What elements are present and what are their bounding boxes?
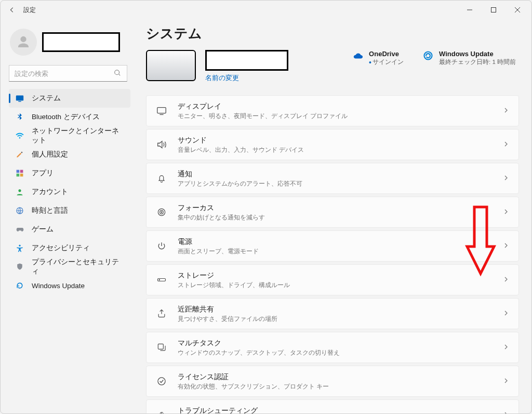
card-title: 通知 bbox=[178, 170, 302, 179]
maximize-button[interactable] bbox=[482, 2, 506, 18]
nav-label: Bluetooth とデバイス bbox=[32, 112, 100, 122]
window-title: 設定 bbox=[23, 6, 36, 15]
svg-rect-18 bbox=[158, 344, 163, 349]
nav-personalization[interactable]: 個人用設定 bbox=[9, 145, 130, 164]
titlebar: 設定 bbox=[1, 1, 531, 19]
page-title: システム bbox=[146, 24, 519, 43]
nav-system[interactable]: システム bbox=[9, 89, 130, 108]
card-power[interactable]: 電源画面とスリープ、電源モード bbox=[146, 230, 519, 262]
settings-cards: ディスプレイモニター、明るさ、夜間モード、ディスプレイ プロファイル サウンド音… bbox=[146, 95, 519, 413]
nav-label: 時刻と言語 bbox=[32, 206, 68, 215]
card-nearby-share[interactable]: 近距離共有見つけやすさ、受信ファイルの場所 bbox=[146, 298, 519, 329]
chevron-right-icon bbox=[503, 275, 509, 284]
focus-icon bbox=[156, 206, 167, 218]
nav-bluetooth[interactable]: Bluetooth とデバイス bbox=[9, 108, 130, 126]
check-circle-icon bbox=[156, 376, 167, 387]
settings-window: 設定 システム bbox=[0, 0, 532, 414]
card-notifications[interactable]: 通知アプリとシステムからのアラート、応答不可 bbox=[146, 163, 519, 194]
card-desc: 見つけやすさ、受信ファイルの場所 bbox=[178, 315, 277, 323]
card-display[interactable]: ディスプレイモニター、明るさ、夜間モード、ディスプレイ プロファイル bbox=[146, 95, 519, 126]
card-title: ライセンス認証 bbox=[178, 372, 329, 382]
rename-link[interactable]: 名前の変更 bbox=[205, 74, 288, 83]
onedrive-sub: •サインイン bbox=[369, 58, 404, 67]
nav-time-language[interactable]: 時刻と言語 bbox=[9, 201, 130, 220]
svg-rect-7 bbox=[20, 174, 23, 177]
accessibility-icon bbox=[15, 243, 24, 253]
card-sound[interactable]: サウンド音量レベル、出力、入力、サウンド デバイス bbox=[146, 129, 519, 160]
sidebar: システム Bluetooth とデバイス ネットワークとインターネット 個人用設… bbox=[1, 19, 135, 413]
nav-label: アプリ bbox=[32, 169, 54, 178]
card-desc: アプリとシステムからのアラート、応答不可 bbox=[178, 180, 302, 188]
device-info: 名前の変更 bbox=[205, 50, 288, 83]
card-desc: 音量レベル、出力、入力、サウンド デバイス bbox=[178, 146, 304, 154]
card-multitasking[interactable]: マルチタスクウィンドウのスナップ、デスクトップ、タスクの切り替え bbox=[146, 332, 519, 363]
nav-network[interactable]: ネットワークとインターネット bbox=[9, 126, 130, 145]
card-title: トラブルシューティング bbox=[178, 406, 334, 414]
nav-label: ネットワークとインターネット bbox=[32, 126, 125, 145]
card-activation[interactable]: ライセンス認証有効化の状態、サブスクリプション、プロダクト キー bbox=[146, 366, 519, 397]
search-input[interactable] bbox=[9, 65, 127, 82]
chevron-right-icon bbox=[503, 343, 509, 352]
main-content: システム 名前の変更 OneDrive •サインイン bbox=[135, 19, 531, 413]
svg-point-19 bbox=[158, 378, 165, 385]
card-desc: モニター、明るさ、夜間モード、ディスプレイ プロファイル bbox=[178, 112, 348, 120]
svg-rect-5 bbox=[20, 170, 23, 173]
chevron-right-icon bbox=[503, 140, 509, 149]
storage-icon bbox=[156, 274, 167, 286]
nav-gaming[interactable]: ゲーム bbox=[9, 220, 130, 239]
chevron-right-icon bbox=[503, 309, 509, 318]
nav-privacy[interactable]: プライバシーとセキュリティ bbox=[9, 257, 130, 276]
nav: システム Bluetooth とデバイス ネットワークとインターネット 個人用設… bbox=[9, 89, 130, 295]
bell-icon bbox=[156, 173, 167, 184]
device-name-redacted bbox=[205, 50, 288, 71]
profile-row[interactable] bbox=[10, 29, 130, 56]
nav-apps[interactable]: アプリ bbox=[9, 164, 130, 183]
nav-windows-update[interactable]: Windows Update bbox=[9, 276, 130, 295]
card-title: マルチタスク bbox=[178, 339, 340, 348]
nav-accounts[interactable]: アカウント bbox=[9, 183, 130, 201]
svg-point-1 bbox=[115, 70, 119, 75]
svg-point-15 bbox=[161, 212, 162, 213]
chevron-right-icon bbox=[503, 377, 509, 386]
search-wrap bbox=[9, 65, 130, 82]
device-thumbnail bbox=[146, 50, 196, 81]
card-desc: 画面とスリープ、電源モード bbox=[178, 248, 259, 255]
sound-icon bbox=[156, 139, 167, 150]
card-title: 電源 bbox=[178, 237, 259, 247]
avatar bbox=[10, 29, 37, 56]
device-header: 名前の変更 OneDrive •サインイン Windows Update bbox=[146, 50, 519, 83]
nav-accessibility[interactable]: アクセシビリティ bbox=[9, 239, 130, 257]
card-storage[interactable]: ストレージストレージ領域、ドライブ、構成ルール bbox=[146, 264, 519, 295]
svg-point-11 bbox=[424, 52, 432, 60]
card-desc: 有効化の状態、サブスクリプション、プロダクト キー bbox=[178, 383, 329, 391]
nav-label: プライバシーとセキュリティ bbox=[32, 257, 125, 276]
card-troubleshoot[interactable]: トラブルシューティング推奨されるトラブルシューティングツール、設定、履歴 bbox=[146, 399, 519, 413]
update-sub: 最終チェック日時: 1 時間前 bbox=[439, 58, 516, 66]
update-title: Windows Update bbox=[439, 50, 516, 58]
onedrive-block[interactable]: OneDrive •サインイン bbox=[352, 50, 404, 67]
back-button[interactable] bbox=[8, 6, 16, 14]
nav-label: システム bbox=[32, 94, 61, 103]
svg-rect-2 bbox=[16, 96, 23, 101]
wrench-icon bbox=[156, 409, 167, 413]
display-icon bbox=[156, 105, 167, 117]
brush-icon bbox=[15, 150, 24, 159]
power-icon bbox=[156, 240, 167, 252]
wifi-icon bbox=[15, 131, 24, 140]
nav-label: 個人用設定 bbox=[32, 150, 68, 159]
chevron-right-icon bbox=[503, 174, 509, 183]
search-icon bbox=[114, 69, 121, 76]
card-desc: ストレージ領域、ドライブ、構成ルール bbox=[178, 281, 290, 289]
share-icon bbox=[156, 308, 167, 319]
bluetooth-icon bbox=[15, 112, 24, 122]
card-title: サウンド bbox=[178, 136, 304, 145]
card-title: 近距離共有 bbox=[178, 305, 277, 314]
nav-label: Windows Update bbox=[32, 282, 85, 290]
window-controls bbox=[458, 2, 529, 18]
close-button[interactable] bbox=[506, 2, 529, 18]
profile-name-redacted bbox=[42, 32, 120, 52]
onedrive-title: OneDrive bbox=[369, 50, 404, 58]
windows-update-block[interactable]: Windows Update 最終チェック日時: 1 時間前 bbox=[422, 50, 516, 67]
minimize-button[interactable] bbox=[458, 2, 482, 18]
card-focus[interactable]: フォーカス集中の妨げとなる通知を減らす bbox=[146, 197, 519, 228]
